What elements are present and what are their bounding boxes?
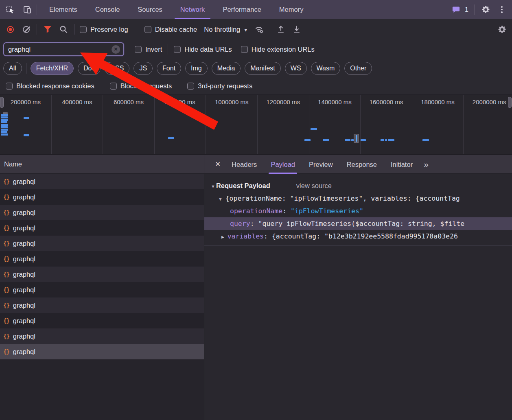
expand-triangle-icon[interactable] bbox=[221, 232, 228, 240]
tab-memory[interactable]: Memory bbox=[270, 0, 313, 19]
checkbox[interactable] bbox=[80, 26, 87, 33]
chip-ws[interactable]: WS bbox=[285, 62, 307, 75]
request-payload-title: Request Payload bbox=[216, 182, 270, 190]
checkbox[interactable] bbox=[174, 46, 181, 53]
network-filter-input[interactable] bbox=[8, 46, 112, 53]
more-tabs-icon[interactable] bbox=[424, 160, 429, 168]
checkbox[interactable] bbox=[144, 26, 151, 33]
timeline-activity-bar bbox=[1, 131, 7, 133]
request-row[interactable]: {}graphql bbox=[0, 174, 204, 189]
network-conditions-icon[interactable] bbox=[254, 24, 265, 35]
invert-checkbox[interactable]: Invert bbox=[135, 46, 162, 53]
blocked-requests-label: Blocked requests bbox=[120, 82, 172, 90]
detail-tab-headers[interactable]: Headers bbox=[225, 155, 264, 174]
json-braces-icon: {} bbox=[3, 178, 9, 185]
3rd-party-requests-checkbox[interactable]: 3rd-party requests bbox=[187, 82, 252, 90]
divider bbox=[491, 24, 491, 35]
chip-js[interactable]: JS bbox=[133, 62, 153, 75]
request-row[interactable]: {}graphql bbox=[0, 205, 204, 220]
chip-other[interactable]: Other bbox=[344, 62, 372, 75]
payload-row-query[interactable]: query "query ipFlowTimeseries($accountTa… bbox=[204, 217, 512, 230]
device-toolbar-icon[interactable] bbox=[22, 4, 33, 15]
detail-tab-preview[interactable]: Preview bbox=[302, 155, 340, 174]
blocked-requests-checkbox[interactable]: Blocked requests bbox=[110, 82, 172, 90]
payload-preview-line[interactable]: {operationName: "ipFlowTimeseries", vari… bbox=[204, 192, 512, 205]
chip-manifest[interactable]: Manifest bbox=[245, 62, 280, 75]
checkbox[interactable] bbox=[187, 83, 194, 90]
network-overview-timeline[interactable]: 200000 ms400000 ms600000 ms800000 ms1000… bbox=[0, 94, 512, 155]
expand-triangle-icon[interactable] bbox=[219, 195, 225, 202]
blocked-options-row: Blocked response cookiesBlocked requests… bbox=[0, 77, 512, 94]
payload-row-operation-name[interactable]: operationName "ipFlowTimeseries" bbox=[204, 205, 512, 217]
timeline-activity-bar bbox=[1, 126, 8, 128]
view-source-link[interactable]: view source bbox=[296, 182, 332, 190]
chip-fetch-xhr[interactable]: Fetch/XHR bbox=[31, 62, 74, 75]
checkbox[interactable] bbox=[110, 83, 117, 90]
export-har-icon[interactable] bbox=[291, 24, 302, 35]
divider bbox=[270, 24, 270, 35]
tab-sources[interactable]: Sources bbox=[129, 0, 171, 19]
chip-css[interactable]: CSS bbox=[105, 62, 129, 75]
timeline-resize-handle[interactable] bbox=[508, 97, 512, 108]
request-row[interactable]: {}graphql bbox=[0, 313, 204, 328]
detail-tab-response[interactable]: Response bbox=[340, 155, 384, 174]
request-row[interactable]: {}graphql bbox=[0, 189, 204, 205]
chip-img[interactable]: Img bbox=[185, 62, 208, 75]
request-name: graphql bbox=[13, 255, 35, 263]
detail-tab-bar: HeadersPayloadPreviewResponseInitiator bbox=[204, 155, 512, 174]
settings-gear-icon[interactable] bbox=[480, 4, 491, 15]
tab-performance[interactable]: Performance bbox=[214, 0, 270, 19]
throttling-dropdown[interactable]: No throttling bbox=[202, 26, 249, 33]
request-row[interactable]: {}graphql bbox=[0, 344, 204, 359]
invert-label: Invert bbox=[145, 46, 162, 53]
chip-media[interactable]: Media bbox=[212, 62, 241, 75]
filter-funnel-icon[interactable] bbox=[42, 24, 53, 35]
chip-font[interactable]: Font bbox=[157, 62, 181, 75]
blocked-response-cookies-checkbox[interactable]: Blocked response cookies bbox=[6, 82, 94, 90]
checkbox[interactable] bbox=[135, 46, 142, 53]
chip-wasm[interactable]: Wasm bbox=[311, 62, 341, 75]
clear-filter-icon[interactable] bbox=[112, 45, 120, 54]
request-name: graphql bbox=[13, 178, 35, 186]
hide-data-urls-checkbox[interactable]: Hide data URLs bbox=[174, 46, 232, 53]
json-braces-icon: {} bbox=[3, 317, 9, 324]
request-row[interactable]: {}graphql bbox=[0, 220, 204, 236]
kebab-menu-icon[interactable] bbox=[497, 4, 507, 15]
name-column-header[interactable]: Name bbox=[0, 155, 204, 174]
disable-cache-checkbox[interactable]: Disable cache bbox=[144, 26, 197, 33]
request-name: graphql bbox=[13, 348, 35, 356]
timeline-activity-bar bbox=[381, 139, 384, 141]
chip-doc[interactable]: Doc bbox=[78, 62, 101, 75]
tab-console[interactable]: Console bbox=[86, 0, 129, 19]
tab-network[interactable]: Network bbox=[171, 0, 214, 19]
close-icon[interactable] bbox=[211, 160, 225, 168]
network-settings-gear-icon[interactable] bbox=[497, 24, 507, 35]
clear-network-log-button[interactable] bbox=[21, 24, 31, 35]
request-row[interactable]: {}graphql bbox=[0, 267, 204, 282]
request-row[interactable]: {}graphql bbox=[0, 236, 204, 251]
collapse-triangle-icon[interactable] bbox=[211, 182, 216, 190]
request-row[interactable]: {}graphql bbox=[0, 328, 204, 344]
detail-tab-payload[interactable]: Payload bbox=[264, 155, 302, 174]
request-row[interactable]: {}graphql bbox=[0, 282, 204, 298]
checkbox[interactable] bbox=[6, 83, 13, 90]
request-name: graphql bbox=[13, 286, 35, 294]
search-icon[interactable] bbox=[58, 24, 69, 35]
inspect-element-icon[interactable] bbox=[5, 4, 15, 15]
timeline-resize-handle[interactable] bbox=[0, 97, 4, 108]
timeline-tick-label: 200000 ms bbox=[11, 98, 41, 105]
request-row[interactable]: {}graphql bbox=[0, 251, 204, 267]
checkbox[interactable] bbox=[241, 46, 248, 53]
detail-tab-initiator[interactable]: Initiator bbox=[384, 155, 420, 174]
chip-all[interactable]: All bbox=[3, 62, 22, 75]
import-har-icon[interactable] bbox=[276, 24, 286, 35]
tab-elements[interactable]: Elements bbox=[40, 0, 86, 19]
request-row[interactable]: {}graphql bbox=[0, 298, 204, 313]
record-network-log-button[interactable] bbox=[5, 24, 15, 35]
payload-row-variables[interactable]: variables {accountTag: "b12e3b2192ee5588… bbox=[204, 230, 512, 243]
preserve-log-checkbox[interactable]: Preserve log bbox=[80, 26, 128, 33]
json-braces-icon: {} bbox=[3, 240, 9, 247]
timeline-column: 800000 ms bbox=[155, 95, 206, 154]
hide-extension-urls-checkbox[interactable]: Hide extension URLs bbox=[241, 46, 315, 53]
issues-message-icon[interactable] bbox=[451, 4, 462, 15]
